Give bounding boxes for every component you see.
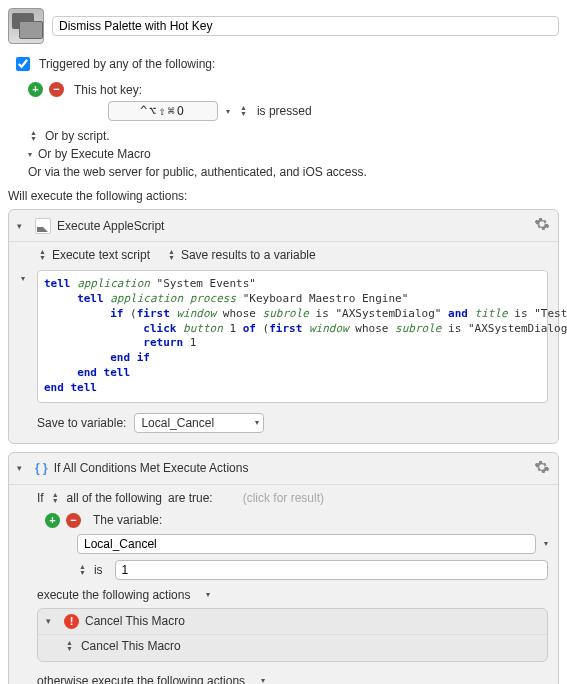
trigger-enabled-checkbox[interactable] <box>16 57 30 71</box>
by-web-label: Or via the web server for public, authen… <box>28 165 367 179</box>
cancel-title: Cancel This Macro <box>85 614 185 628</box>
hotkey-label: This hot key: <box>74 83 142 97</box>
by-script-stepper[interactable]: ▲▼ <box>30 130 37 142</box>
save-variable-value: Local_Cancel <box>141 416 214 430</box>
save-mode-stepper[interactable]: ▲▼ <box>168 249 175 261</box>
cancel-type-stepper[interactable]: ▲▼ <box>66 640 73 652</box>
if-aretrue-label: are true: <box>168 491 213 505</box>
macro-icon <box>8 8 44 44</box>
by-script-label: Or by script. <box>45 129 110 143</box>
save-label: Save to variable: <box>37 416 126 430</box>
hotkey-state-stepper[interactable]: ▲▼ <box>240 105 247 117</box>
add-trigger-button[interactable]: + <box>28 82 43 97</box>
variable-cond-label: The variable: <box>93 513 162 527</box>
hotkey-state-label: is pressed <box>257 104 312 118</box>
is-label: is <box>94 563 103 577</box>
hotkey-value: ^⌥⇧⌘O <box>140 104 186 118</box>
applescript-code-box[interactable]: tell application "System Events" tell ap… <box>37 270 548 403</box>
will-execute-label: Will execute the following actions: <box>8 189 559 203</box>
applescript-code[interactable]: tell application "System Events" tell ap… <box>44 277 541 396</box>
exec-mode-stepper[interactable]: ▲▼ <box>39 249 46 261</box>
action-execute-applescript[interactable]: ▾ Execute AppleScript ▲▼ Execute text sc… <box>8 209 559 444</box>
trigger-label: Triggered by any of the following: <box>39 57 215 71</box>
braces-icon: { } <box>35 461 48 475</box>
if-label: If <box>37 491 44 505</box>
click-for-result[interactable]: (click for result) <box>243 491 324 505</box>
disclosure-chevron[interactable]: ▾ <box>46 616 58 626</box>
save-mode-label: Save results to a variable <box>181 248 316 262</box>
otherwise-chevron[interactable]: ▾ <box>261 676 265 684</box>
by-exec-macro-chevron[interactable]: ▾ <box>28 150 32 159</box>
cancel-icon: ! <box>64 614 79 629</box>
variable-dropdown-chevron[interactable]: ▾ <box>544 539 548 548</box>
gear-icon[interactable] <box>534 459 550 478</box>
variable-name-input[interactable] <box>77 534 536 554</box>
exec-mode-label: Execute text script <box>52 248 150 262</box>
action-if-conditions[interactable]: ▾ { } If All Conditions Met Execute Acti… <box>8 452 559 684</box>
remove-condition-button[interactable]: − <box>66 513 81 528</box>
chevron-down-icon: ▾ <box>255 418 259 427</box>
hotkey-menu-chevron[interactable]: ▾ <box>226 107 230 116</box>
disclosure-chevron[interactable]: ▾ <box>17 221 29 231</box>
action-title: Execute AppleScript <box>57 219 164 233</box>
add-condition-button[interactable]: + <box>45 513 60 528</box>
otherwise-label: otherwise execute the following actions <box>37 674 245 684</box>
execute-actions-chevron[interactable]: ▾ <box>206 590 210 599</box>
save-variable-combo[interactable]: Local_Cancel ▾ <box>134 413 264 433</box>
nested-action-cancel[interactable]: ▾ ! Cancel This Macro ▲▼ Cancel This Mac… <box>37 608 548 662</box>
remove-trigger-button[interactable]: − <box>49 82 64 97</box>
macro-title-input[interactable] <box>52 16 559 36</box>
applescript-icon <box>35 218 51 234</box>
by-exec-macro-label: Or by Execute Macro <box>38 147 151 161</box>
compare-value-input[interactable] <box>115 560 548 580</box>
cancel-sub-label: Cancel This Macro <box>81 639 181 653</box>
disclosure-chevron[interactable]: ▾ <box>17 463 29 473</box>
hotkey-input[interactable]: ^⌥⇧⌘O <box>108 101 218 121</box>
if-mode-stepper[interactable]: ▲▼ <box>52 492 59 504</box>
code-collapse-chevron[interactable]: ▾ <box>21 274 25 283</box>
gear-icon[interactable] <box>534 216 550 235</box>
is-stepper[interactable]: ▲▼ <box>79 564 86 576</box>
action-title: If All Conditions Met Execute Actions <box>54 461 249 475</box>
execute-actions-label: execute the following actions <box>37 588 190 602</box>
if-allof-label: all of the following <box>67 491 162 505</box>
